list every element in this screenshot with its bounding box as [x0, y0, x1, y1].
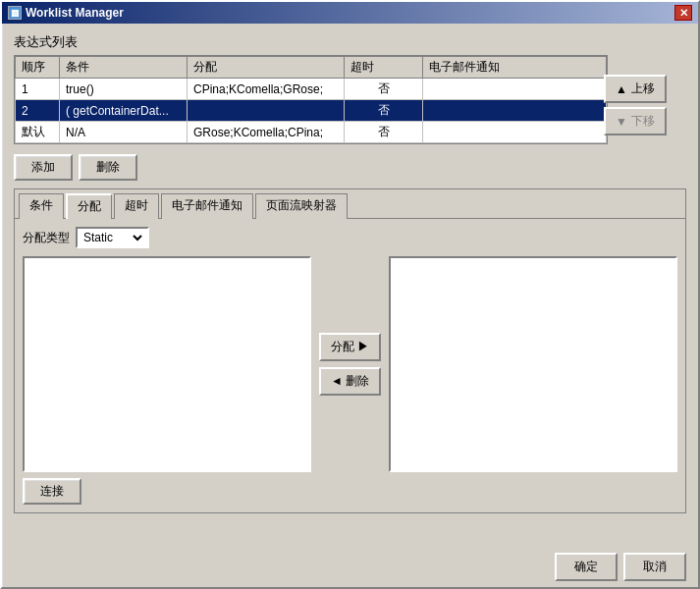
col-timeout: 超时	[345, 57, 423, 79]
table-row[interactable]: 2 ( getContainerDat... 否	[16, 100, 607, 122]
cell-condition: N/A	[60, 122, 188, 143]
add-delete-buttons: 添加 删除	[14, 154, 686, 181]
move-up-button[interactable]: ▲ 上移	[604, 75, 667, 103]
table-row[interactable]: 1 true() CPina;KComella;GRose; 否	[16, 79, 607, 100]
right-list-panel[interactable]	[389, 256, 677, 472]
distribution-type-select[interactable]: Static Dynamic	[80, 230, 145, 245]
col-condition: 条件	[60, 57, 188, 79]
content-area: 表达式列表 ▲ 上移 ▼ 下移 顺序 条件	[2, 24, 698, 547]
cell-condition: true()	[60, 79, 188, 100]
tab-timeout[interactable]: 超时	[114, 193, 159, 219]
cell-timeout: 否	[345, 79, 423, 100]
window-title: Worklist Manager	[26, 6, 124, 20]
main-window: ▦ Worklist Manager ✕ 表达式列表 ▲ 上移 ▼ 下移	[0, 0, 700, 589]
cancel-button[interactable]: 取消	[623, 553, 686, 581]
remove-assign-button[interactable]: ◄ 删除	[319, 367, 381, 396]
tab-content-distribution: 分配类型 Static Dynamic 分配 ▶ ◄ 删除	[15, 219, 685, 512]
window-icon: ▦	[8, 6, 22, 20]
move-down-button[interactable]: ▼ 下移	[604, 107, 667, 135]
titlebar-left: ▦ Worklist Manager	[8, 6, 124, 20]
distribution-type-label: 分配类型	[23, 230, 70, 246]
expression-table: 顺序 条件 分配 超时 电子邮件通知 1 true() CPina;KComel…	[15, 56, 607, 143]
col-email: 电子邮件通知	[423, 57, 607, 79]
cell-order: 1	[16, 79, 60, 100]
confirm-button[interactable]: 确定	[555, 553, 618, 581]
cell-timeout: 否	[345, 122, 423, 143]
left-list-panel[interactable]	[23, 256, 311, 472]
tab-email[interactable]: 电子邮件通知	[161, 193, 253, 219]
distribution-type-select-wrapper: Static Dynamic	[76, 227, 149, 248]
up-arrow-icon: ▲	[616, 82, 627, 96]
middle-buttons: 分配 ▶ ◄ 删除	[319, 333, 381, 396]
side-buttons-container: ▲ 上移 ▼ 下移	[604, 75, 667, 135]
cell-order: 2	[16, 100, 60, 122]
cell-distribution	[188, 100, 345, 122]
connect-row: 连接	[23, 478, 677, 505]
cell-email	[423, 100, 607, 122]
panels-row: 分配 ▶ ◄ 删除	[23, 256, 677, 472]
connect-button[interactable]: 连接	[23, 478, 81, 505]
tab-page-flow[interactable]: 页面流映射器	[255, 193, 348, 219]
cell-email	[423, 122, 607, 143]
bottom-buttons: 确定 取消	[2, 547, 698, 587]
top-section: 表达式列表 ▲ 上移 ▼ 下移 顺序 条件	[14, 33, 686, 144]
assign-button[interactable]: 分配 ▶	[319, 333, 381, 361]
move-up-label: 上移	[631, 80, 655, 97]
table-row[interactable]: 默认 N/A GRose;KComella;CPina; 否	[16, 122, 607, 143]
cell-distribution: GRose;KComella;CPina;	[188, 122, 345, 143]
move-down-label: 下移	[631, 113, 655, 130]
titlebar: ▦ Worklist Manager ✕	[2, 2, 698, 24]
col-distribution: 分配	[188, 57, 345, 79]
cell-order: 默认	[16, 122, 60, 143]
cell-timeout: 否	[345, 100, 423, 122]
table-container: 顺序 条件 分配 超时 电子邮件通知 1 true() CPina;KComel…	[14, 55, 608, 144]
table-section-label: 表达式列表	[14, 33, 686, 51]
tab-condition[interactable]: 条件	[19, 193, 64, 219]
tabs-header: 条件 分配 超时 电子邮件通知 页面流映射器	[15, 189, 685, 219]
down-arrow-icon: ▼	[616, 115, 627, 129]
col-order: 顺序	[16, 57, 60, 79]
delete-button[interactable]: 删除	[79, 154, 137, 181]
cell-email	[423, 79, 607, 100]
add-button[interactable]: 添加	[14, 154, 73, 181]
distribution-type-row: 分配类型 Static Dynamic	[23, 227, 677, 248]
tabs-container: 条件 分配 超时 电子邮件通知 页面流映射器 分配类型	[14, 188, 686, 513]
cell-distribution: CPina;KComella;GRose;	[188, 79, 345, 100]
cell-condition: ( getContainerDat...	[60, 100, 188, 122]
close-button[interactable]: ✕	[674, 5, 692, 21]
tab-distribution[interactable]: 分配	[66, 193, 112, 219]
